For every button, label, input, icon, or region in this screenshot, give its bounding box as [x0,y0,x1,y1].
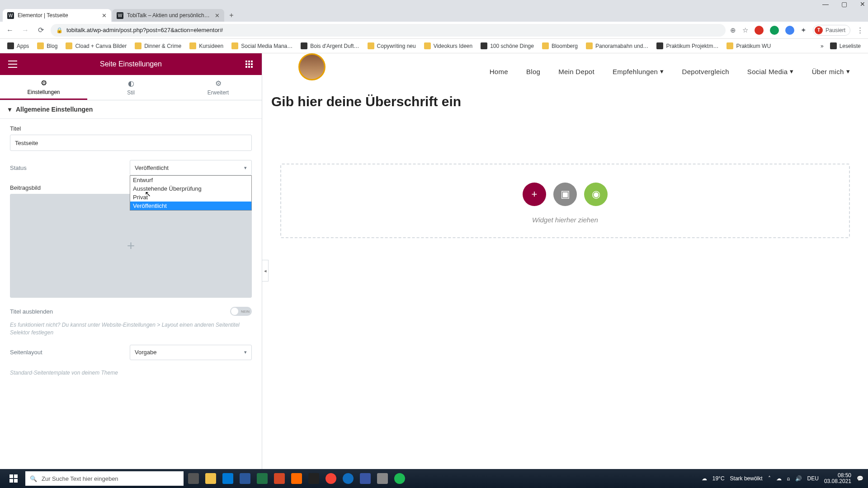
bookmark-label: Kursideen [199,43,223,49]
elementor-panel: Seite Einstellungen ⚙Einstellungen ◐Stil… [0,53,262,488]
favicon-icon: W [117,12,123,19]
page-heading[interactable]: Gib hier deine Überschrift ein [262,89,868,114]
window-close-icon[interactable]: ✕ [860,0,865,8]
page-icon [656,42,663,49]
bookmark-item[interactable]: Copywriting neu [365,41,419,51]
nav-recommendations[interactable]: Empfehlungen▾ [613,67,664,75]
taskbar-app-explorer[interactable] [203,471,218,486]
bookmark-item[interactable]: Dinner & Crime [132,41,184,51]
svg-rect-4 [248,61,250,62]
taskbar-search[interactable]: 🔍 Zur Suche Text hier eingeben [25,471,184,486]
bookmark-item[interactable]: Videokurs Ideen [421,41,476,51]
new-tab-button[interactable]: + [225,9,238,22]
chevron-down-icon: ▾ [846,67,850,75]
panel-menu-button[interactable] [6,58,19,70]
bookmark-overflow-icon[interactable]: » [821,43,824,49]
envato-button[interactable]: ◉ [584,183,608,206]
site-logo[interactable] [298,53,326,80]
tab-close-icon[interactable]: ✕ [215,12,220,19]
bookmark-item[interactable]: Bois d'Argent Duft… [298,41,362,51]
title-input[interactable] [10,135,252,151]
extensions-icon[interactable]: ✦ [801,26,807,34]
browser-tab-active[interactable]: W Elementor | Testseite ✕ [3,9,111,22]
reading-list-button[interactable]: Leseliste [827,41,863,51]
panel-collapse-button[interactable]: ◂ [262,260,269,282]
bookmark-item[interactable]: 100 schöne Dinge [478,41,537,51]
taskbar-app-word[interactable] [238,471,252,486]
weather-icon[interactable]: ☁ [702,475,707,482]
favicon-icon: W [7,12,14,19]
status-option-published[interactable]: Veröffentlicht [130,202,251,210]
onedrive-icon[interactable]: ☁ [776,475,782,482]
window-minimize-icon[interactable]: — [822,0,829,8]
taskbar-app-edge[interactable] [341,471,355,486]
hide-title-toggle[interactable]: NEIN [230,307,252,316]
status-select[interactable]: Veröffentlicht ▾ [130,160,252,175]
task-view-button[interactable] [186,471,201,486]
address-bar[interactable]: 🔒 tobitalk.at/wp-admin/post.php?post=627… [51,24,726,37]
extension-icon[interactable] [785,26,794,35]
widget-drop-zone[interactable]: + ▣ ◉ Widget hierher ziehen [280,164,850,238]
nav-back-button[interactable]: ← [5,25,15,36]
extension-icon[interactable] [755,26,764,35]
bookmark-item[interactable]: Social Media Mana… [229,41,295,51]
bookmark-item[interactable]: Bloomberg [539,41,580,51]
nav-social[interactable]: Social Media▾ [747,67,794,75]
status-option-draft[interactable]: Entwurf [130,176,251,184]
status-option-private[interactable]: Privat [130,193,251,202]
chevron-down-icon: ▾ [244,165,247,171]
taskbar-app[interactable] [289,471,304,486]
nav-home[interactable]: Home [490,68,508,75]
taskbar-app-spotify[interactable] [392,471,407,486]
bookmark-star-icon[interactable]: ☆ [742,26,748,34]
extension-icon[interactable] [770,26,779,35]
panel-apps-button[interactable] [243,58,255,70]
page-icon [481,42,487,49]
status-option-pending[interactable]: Ausstehende Überprüfung [130,184,251,193]
nav-blog[interactable]: Blog [526,68,540,75]
bookmark-label: Praktikum Projektm… [666,43,718,49]
status-label: Status [10,164,27,171]
taskbar-app-excel[interactable] [255,471,269,486]
bookmark-item[interactable]: Panoramabahn und… [583,41,651,51]
tray-overflow-icon[interactable]: ˄ [768,475,771,482]
taskbar-app[interactable] [375,471,390,486]
layout-select[interactable]: Vorgabe ▾ [130,345,252,360]
zoom-icon[interactable]: ⊕ [730,26,736,34]
add-section-button[interactable]: + [523,183,546,206]
gear-icon: ⚙ [41,79,47,87]
taskbar-app[interactable] [358,471,373,486]
chevron-down-icon: ▾ [8,106,11,113]
template-library-button[interactable]: ▣ [553,183,577,206]
network-icon[interactable]: ⩍ [787,475,790,482]
bookmark-item[interactable]: Praktikum Projektm… [654,41,721,51]
browser-tab[interactable]: W TobiTalk – Aktien und persönliche… ✕ [112,9,224,22]
bookmark-item[interactable]: Cload + Canva Bilder [63,41,129,51]
taskbar-app-mail[interactable] [221,471,235,486]
tab-advanced[interactable]: ⚙Erweitert [175,75,262,100]
bookmark-item[interactable]: Praktikum WU [724,41,774,51]
nav-reload-button[interactable]: ⟳ [35,25,46,36]
tab-style[interactable]: ◐Stil [87,75,175,100]
window-maximize-icon[interactable]: ▢ [841,0,847,8]
chrome-menu-icon[interactable]: ⋮ [857,26,863,34]
taskbar-app-obs[interactable] [307,471,321,486]
nav-depot[interactable]: Mein Depot [558,68,594,75]
tab-close-icon[interactable]: ✕ [102,12,107,19]
section-toggle[interactable]: ▾ Allgemeine Einstellungen [0,100,262,119]
folder-icon [586,42,593,49]
bookmark-item[interactable]: Apps [5,41,32,51]
volume-icon[interactable]: 🔊 [795,475,802,482]
bookmark-item[interactable]: Blog [34,41,60,51]
start-button[interactable] [5,469,23,488]
taskbar-app-chrome[interactable] [324,471,338,486]
profile-badge[interactable]: T Pausiert [813,25,850,36]
taskbar-app-powerpoint[interactable] [272,471,287,486]
nav-compare[interactable]: Depotvergleich [682,68,729,75]
nav-about[interactable]: Über mich▾ [812,67,850,75]
nav-forward-button[interactable]: → [20,25,31,36]
bookmark-item[interactable]: Kursideen [187,41,226,51]
language-indicator[interactable]: DEU [807,475,819,482]
notifications-icon[interactable]: 💬 [857,475,863,482]
tab-settings[interactable]: ⚙Einstellungen [0,75,87,100]
